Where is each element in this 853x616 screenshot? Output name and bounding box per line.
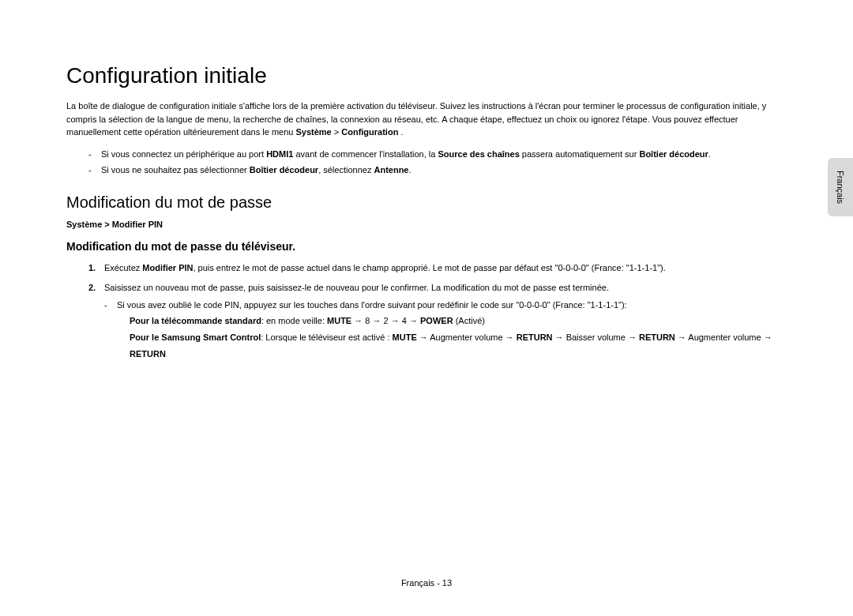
- bold-hdmi1: HDMI1: [266, 149, 293, 159]
- text: .: [408, 165, 411, 175]
- text: avant de commencer l'installation, la: [293, 149, 438, 159]
- intro-paragraph: La boîte de dialogue de configuration in…: [66, 100, 787, 139]
- language-tab: Français: [828, 158, 853, 216]
- text: → Baisser volume →: [553, 332, 639, 342]
- bold-return: RETURN: [517, 332, 553, 342]
- bold-remote-standard: Pour la télécommande standard: [130, 316, 261, 325]
- bold-source-chaines: Source des chaînes: [438, 149, 519, 159]
- bold-power: POWER: [420, 316, 453, 325]
- bold-return: RETURN: [639, 332, 675, 342]
- step-number: 1.: [88, 261, 96, 276]
- text: Si vous connectez un périphérique au por…: [101, 149, 266, 159]
- breadcrumb: Système > Modifier PIN: [66, 220, 787, 229]
- step-number: 2.: [88, 280, 96, 295]
- remote-instructions: Pour la télécommande standard: en mode v…: [117, 313, 787, 362]
- breadcrumb-sep: >: [102, 220, 112, 229]
- text: → Augmenter volume →: [675, 332, 772, 342]
- remote-smart-control: Pour le Samsung Smart Control: Lorsque l…: [130, 329, 787, 362]
- text: .: [708, 149, 711, 159]
- intro-end: .: [398, 127, 403, 137]
- bold-smart-control: Pour le Samsung Smart Control: [130, 332, 261, 342]
- bullet-antenne: Si vous ne souhaitez pas sélectionner Bo…: [88, 163, 787, 178]
- text: : en mode veille:: [261, 316, 327, 325]
- remote-standard: Pour la télécommande standard: en mode v…: [130, 313, 787, 329]
- language-tab-label: Français: [836, 171, 845, 204]
- text: passera automatiquement sur: [520, 149, 640, 159]
- note-forgot-pin: Si vous avez oublié le code PIN, appuyez…: [104, 298, 787, 362]
- bold-boitier-decodeur: Boîtier décodeur: [250, 165, 318, 175]
- text: , puis entrez le mot de passe actuel dan…: [193, 263, 665, 272]
- bold-boitier-decodeur: Boîtier décodeur: [639, 149, 708, 159]
- intro-bullets: Si vous connectez un périphérique au por…: [66, 147, 787, 178]
- text: (Activé): [453, 316, 485, 325]
- subheading-password-tv: Modification du mot de passe du télévise…: [66, 240, 787, 253]
- text: Si vous ne souhaitez pas sélectionner: [101, 165, 250, 175]
- step-1: 1. Exécutez Modifier PIN, puis entrez le…: [88, 261, 787, 276]
- note-list: Si vous avez oublié le code PIN, appuyez…: [104, 298, 787, 362]
- intro-bold-systeme: Système: [295, 127, 331, 137]
- text: , sélectionnez: [318, 165, 374, 175]
- bold-return: RETURN: [130, 349, 166, 359]
- intro-sep: >: [332, 127, 342, 137]
- bold-mute: MUTE: [327, 316, 351, 325]
- page-title: Configuration initiale: [66, 63, 787, 88]
- steps-list: 1. Exécutez Modifier PIN, puis entrez le…: [66, 261, 787, 362]
- text: → 8 → 2 → 4 →: [351, 316, 420, 325]
- manual-page: Français Configuration initiale La boîte…: [0, 0, 853, 616]
- bold-antenne: Antenne: [374, 165, 408, 175]
- bullet-hdmi: Si vous connectez un périphérique au por…: [88, 147, 787, 162]
- intro-bold-configuration: Configuration: [341, 127, 398, 137]
- breadcrumb-item-modifier-pin: Modifier PIN: [112, 220, 163, 229]
- text: : Lorsque le téléviseur est activé :: [261, 332, 392, 342]
- breadcrumb-item-systeme: Système: [66, 220, 102, 229]
- text: Saisissez un nouveau mot de passe, puis …: [104, 283, 609, 292]
- intro-text: La boîte de dialogue de configuration in…: [66, 101, 766, 137]
- page-footer: Français - 13: [0, 578, 853, 588]
- text: → Augmenter volume →: [417, 332, 517, 342]
- step-2: 2. Saisissez un nouveau mot de passe, pu…: [88, 280, 787, 362]
- text: Si vous avez oublié le code PIN, appuyez…: [117, 300, 627, 310]
- bold-mute: MUTE: [393, 332, 417, 342]
- bold-modifier-pin: Modifier PIN: [142, 263, 193, 272]
- text: Exécutez: [104, 263, 142, 272]
- section-heading-password: Modification du mot de passe: [66, 193, 787, 212]
